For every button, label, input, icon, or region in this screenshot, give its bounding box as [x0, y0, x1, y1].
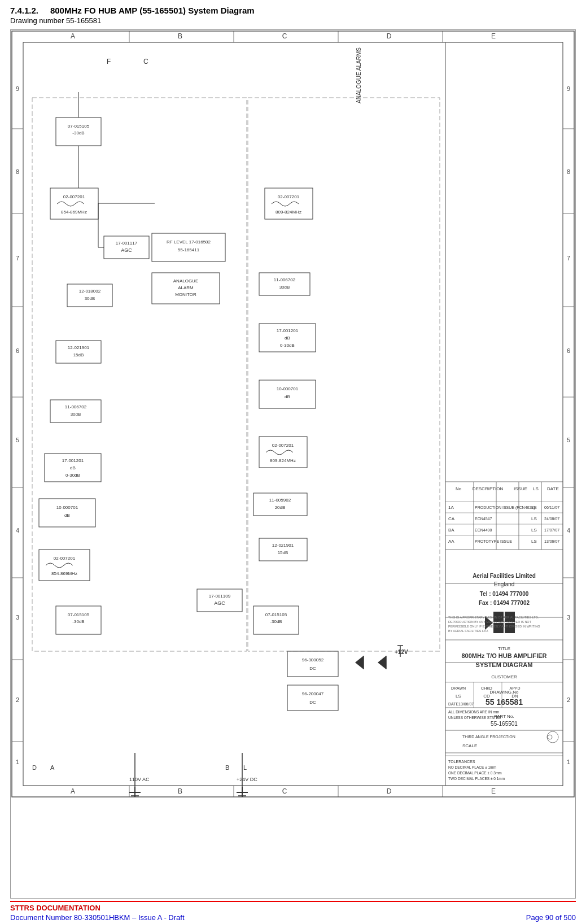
svg-text:3: 3: [16, 614, 19, 621]
svg-text:TOLERANCES: TOLERANCES: [448, 760, 475, 764]
svg-text:-30dB: -30dB: [72, 619, 84, 624]
svg-text:809-824MHz: 809-824MHz: [275, 210, 301, 215]
svg-text:3: 3: [567, 614, 570, 621]
svg-text:2: 2: [567, 696, 570, 703]
svg-rect-198: [253, 493, 307, 516]
svg-text:dB: dB: [64, 513, 70, 518]
svg-text:C: C: [282, 787, 287, 795]
svg-text:10-000701: 10-000701: [277, 386, 299, 391]
svg-text:2: 2: [16, 696, 19, 703]
svg-rect-185: [259, 273, 310, 295]
svg-text:30dB: 30dB: [85, 296, 95, 301]
svg-text:30dB: 30dB: [279, 285, 290, 290]
svg-point-113: [548, 735, 552, 739]
svg-text:CUSTOMER: CUSTOMER: [491, 674, 517, 679]
svg-text:Fax : 01494 777002: Fax : 01494 777002: [479, 600, 530, 606]
svg-text:96-200047: 96-200047: [302, 691, 324, 696]
svg-text:APPD: APPD: [509, 686, 520, 690]
svg-text:THIS IS A PROPRIETARY DESIGN O: THIS IS A PROPRIETARY DESIGN OF AERIAL F…: [448, 616, 539, 619]
svg-text:13/06/07: 13/06/07: [544, 539, 559, 543]
svg-text:F: F: [107, 58, 111, 66]
svg-text:B: B: [225, 764, 229, 771]
svg-rect-241: [248, 98, 440, 651]
svg-text:ECN4547: ECN4547: [475, 517, 492, 521]
svg-text:ONE DECIMAL PLACE ± 0.3mm: ONE DECIMAL PLACE ± 0.3mm: [448, 771, 502, 775]
svg-text:06/11/07: 06/11/07: [544, 505, 559, 509]
svg-text:1: 1: [16, 759, 19, 765]
svg-text:AGC: AGC: [214, 600, 225, 606]
svg-text:ECN4490: ECN4490: [475, 528, 492, 532]
svg-text:1: 1: [567, 759, 570, 765]
svg-text:+12V: +12V: [395, 649, 408, 655]
svg-text:England: England: [494, 581, 515, 587]
svg-text:9: 9: [16, 85, 19, 92]
footer-section: STTRS DOCUMENTATION Document Number 80-3…: [10, 901, 576, 924]
page-number: Page 90 of 500: [526, 913, 576, 922]
svg-text:ANALOGUE: ANALOGUE: [173, 278, 198, 284]
svg-text:C: C: [143, 58, 148, 66]
svg-text:CA: CA: [448, 516, 455, 521]
svg-text:DATE: DATE: [547, 486, 559, 491]
svg-text:8: 8: [16, 168, 19, 175]
svg-rect-201: [259, 538, 307, 561]
svg-text:RF LEVEL  17-016502: RF LEVEL 17-016502: [167, 239, 211, 245]
svg-text:dB: dB: [70, 465, 76, 470]
page-header: 7.4.1.2. 800MHz FO HUB AMP (55-165501) S…: [10, 6, 576, 29]
sttrs-label: STTRS DOCUMENTATION: [10, 904, 185, 912]
svg-text:DC: DC: [309, 700, 316, 705]
svg-text:CD: CD: [483, 694, 490, 699]
title-text: 800MHz FO HUB AMP (55-165501) System Dia…: [50, 6, 255, 15]
svg-text:DN: DN: [511, 694, 518, 699]
svg-text:dB: dB: [285, 335, 290, 341]
svg-text:5: 5: [567, 437, 570, 443]
svg-text:30dB: 30dB: [71, 412, 81, 417]
svg-text:4: 4: [16, 527, 19, 534]
svg-text:D: D: [387, 787, 392, 795]
svg-text:+24V DC: +24V DC: [237, 777, 257, 782]
svg-rect-210: [287, 651, 338, 677]
svg-text:17-001201: 17-001201: [277, 328, 299, 333]
svg-text:02-007201: 02-007201: [278, 194, 300, 199]
svg-text:AA: AA: [448, 539, 454, 544]
svg-text:DESCRIPTION: DESCRIPTION: [473, 486, 504, 491]
svg-text:CHKD: CHKD: [481, 686, 492, 690]
svg-text:20dB: 20dB: [275, 505, 286, 510]
svg-text:800MHz T/O HUB AMPLIFIER: 800MHz T/O HUB AMPLIFIER: [461, 652, 546, 659]
svg-text:B: B: [178, 787, 182, 795]
svg-text:BA: BA: [448, 528, 454, 533]
svg-text:12-018002: 12-018002: [79, 289, 101, 294]
svg-text:SCALE: SCALE: [462, 743, 477, 748]
svg-text:0-30dB: 0-30dB: [280, 343, 295, 348]
svg-text:PRODUCTION ISSUE (FCN4628): PRODUCTION ISSUE (FCN4628): [475, 505, 535, 510]
svg-text:A: A: [71, 32, 75, 40]
svg-text:809-824MHz: 809-824MHz: [270, 458, 296, 463]
svg-text:1A: 1A: [448, 505, 454, 510]
svg-rect-156: [56, 341, 101, 363]
svg-text:-30dB: -30dB: [270, 619, 282, 624]
svg-text:17-001117: 17-001117: [116, 241, 138, 246]
svg-text:THIRD ANGLE PROJECTION: THIRD ANGLE PROJECTION: [462, 735, 515, 739]
svg-text:SYSTEM DIAGRAM: SYSTEM DIAGRAM: [476, 661, 533, 668]
svg-text:12-021901: 12-021901: [272, 543, 294, 548]
page-title: 7.4.1.2. 800MHz FO HUB AMP (55-165501) S…: [10, 6, 576, 15]
svg-text:DATE: DATE: [448, 702, 458, 706]
svg-text:10-000701: 10-000701: [56, 505, 78, 510]
svg-text:13/06/07: 13/06/07: [458, 702, 474, 706]
svg-text:A: A: [50, 764, 55, 771]
svg-text:11-006702: 11-006702: [65, 404, 87, 409]
svg-text:02-007201: 02-007201: [54, 556, 76, 561]
svg-text:6: 6: [16, 347, 19, 354]
svg-text:C: C: [282, 32, 287, 40]
svg-text:17-001201: 17-001201: [62, 458, 84, 463]
svg-text:LS: LS: [531, 516, 537, 521]
svg-text:12-021901: 12-021901: [68, 345, 90, 350]
footer-left: STTRS DOCUMENTATION Document Number 80-3…: [10, 904, 185, 922]
svg-text:LS: LS: [533, 486, 539, 491]
svg-text:55  165581: 55 165581: [486, 698, 523, 707]
svg-text:854-869MHz: 854-869MHz: [61, 210, 87, 215]
section-number: 7.4.1.2.: [10, 6, 38, 15]
svg-text:110V AC: 110V AC: [129, 777, 150, 782]
svg-rect-213: [287, 685, 338, 711]
svg-text:dB: dB: [285, 394, 290, 399]
svg-text:17-001109: 17-001109: [209, 594, 231, 599]
